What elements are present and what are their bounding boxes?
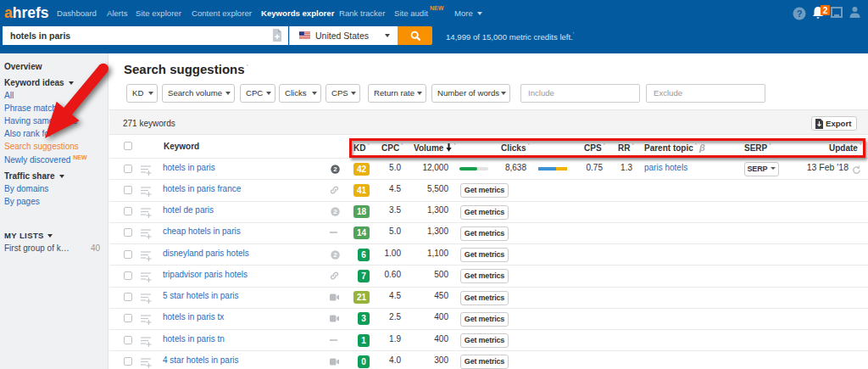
- svg-text:2: 2: [333, 165, 337, 173]
- svg-text:?: ?: [797, 8, 803, 19]
- svg-text:2: 2: [333, 208, 337, 215]
- svg-text:2: 2: [333, 251, 337, 259]
